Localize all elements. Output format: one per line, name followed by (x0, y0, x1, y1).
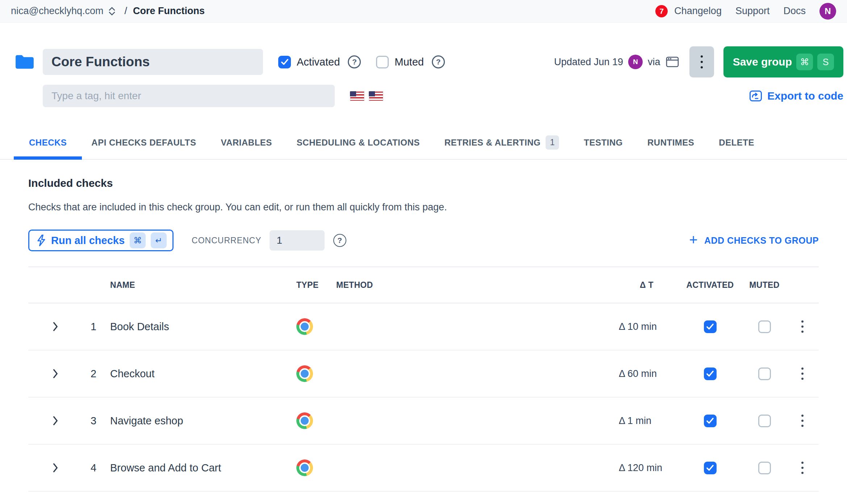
check-name[interactable]: Navigate eshop (104, 415, 296, 427)
muted-label: Muted (395, 56, 424, 68)
row-more-menu-button[interactable] (801, 320, 804, 333)
row-muted-checkbox[interactable] (758, 415, 771, 427)
table-row: 1 Book Details Δ 10 min (28, 303, 819, 350)
browser-check-chrome-icon (296, 459, 313, 476)
col-delta: Δ T (640, 280, 654, 290)
table-header-row: NAME TYPE METHOD Δ T ACTIVATED MUTED (28, 267, 819, 303)
row-index: 4 (91, 462, 96, 474)
tab-delete[interactable]: DELETE (718, 130, 755, 159)
us-flag-icon (369, 91, 383, 101)
muted-help-icon[interactable]: ? (432, 55, 445, 68)
terminal-icon (749, 90, 762, 102)
concurrency-label: CONCURRENCY (192, 236, 261, 245)
group-name-input[interactable] (43, 49, 263, 75)
row-activated-checkbox[interactable] (704, 462, 717, 474)
row-muted-checkbox[interactable] (758, 368, 771, 380)
table-row: 2 Checkout Δ 60 min (28, 350, 819, 398)
tag-input[interactable] (43, 85, 335, 107)
row-more-menu-button[interactable] (801, 462, 804, 474)
expand-chevron-icon[interactable] (53, 322, 58, 331)
col-muted: MUTED (749, 280, 779, 290)
tab-retries-alerting[interactable]: RETRIES & ALERTING 1 (444, 130, 560, 159)
activated-checkbox[interactable] (278, 56, 291, 68)
folder-icon (14, 53, 35, 71)
row-activated-checkbox[interactable] (704, 320, 717, 333)
table-row: 4 Browse and Add to Cart Δ 120 min (28, 445, 819, 492)
expand-chevron-icon[interactable] (53, 463, 58, 472)
run-all-checks-label: Run all checks (51, 235, 125, 247)
export-to-code-label: Export to code (767, 90, 843, 102)
col-type: TYPE (296, 280, 329, 290)
topbar: nica@checklyhq.com / Core Functions 7 Ch… (0, 0, 847, 22)
row-index: 2 (91, 368, 96, 380)
check-interval: Δ 1 min (616, 415, 651, 427)
lightning-bolt-icon (37, 235, 46, 246)
table-row: 3 Navigate eshop Δ 1 min (28, 398, 819, 445)
cmd-key-badge: ⌘ (130, 232, 146, 248)
check-interval: Δ 60 min (616, 368, 657, 379)
checks-table: NAME TYPE METHOD Δ T ACTIVATED MUTED 1 B… (28, 266, 819, 492)
concurrency-help-icon[interactable]: ? (333, 234, 346, 247)
expand-chevron-icon[interactable] (53, 369, 58, 378)
run-all-checks-button[interactable]: Run all checks ⌘ ↵ (28, 230, 174, 251)
row-activated-checkbox[interactable] (704, 415, 717, 427)
browser-check-chrome-icon (296, 412, 313, 429)
changelog-count-badge[interactable]: 7 (655, 5, 668, 17)
support-link[interactable]: Support (735, 5, 770, 17)
via-label: via (648, 56, 660, 68)
concurrency-input[interactable] (270, 230, 325, 251)
cmd-key-badge: ⌘ (796, 54, 813, 70)
row-more-menu-button[interactable] (801, 415, 804, 427)
browser-check-chrome-icon (296, 365, 313, 382)
tab-checks[interactable]: CHECKS (28, 130, 67, 159)
location-flags (350, 91, 383, 101)
group-more-menu-button[interactable] (689, 46, 714, 77)
breadcrumb-current: Core Functions (133, 5, 205, 17)
tab-testing[interactable]: TESTING (583, 130, 623, 159)
tab-api-checks-defaults[interactable]: API CHECKS DEFAULTS (91, 130, 197, 159)
muted-checkbox[interactable] (376, 56, 389, 68)
breadcrumb-separator: / (125, 5, 128, 17)
tab-runtimes[interactable]: RUNTIMES (647, 130, 695, 159)
save-group-label: Save group (733, 56, 792, 68)
s-key-badge: S (817, 54, 834, 70)
us-flag-icon (350, 91, 364, 101)
activated-label: Activated (297, 56, 340, 68)
check-interval: Δ 10 min (616, 321, 657, 332)
row-muted-checkbox[interactable] (758, 320, 771, 333)
check-interval: Δ 120 min (616, 462, 662, 474)
expand-chevron-icon[interactable] (53, 416, 58, 425)
section-title: Included checks (28, 177, 819, 189)
activated-help-icon[interactable]: ? (348, 55, 361, 68)
check-name[interactable]: Book Details (104, 321, 296, 333)
check-name[interactable]: Checkout (104, 368, 296, 380)
tab-scheduling-locations[interactable]: SCHEDULING & LOCATIONS (296, 130, 421, 159)
section-description: Checks that are included in this check g… (28, 202, 819, 213)
save-group-button[interactable]: Save group ⌘ S (723, 46, 843, 77)
changelog-link[interactable]: Changelog (674, 5, 722, 17)
user-avatar[interactable]: N (819, 3, 836, 20)
group-tabs: CHECKS API CHECKS DEFAULTS VARIABLES SCH… (0, 130, 847, 160)
row-more-menu-button[interactable] (801, 368, 804, 380)
account-switcher-chevrons-icon[interactable] (109, 7, 115, 16)
add-checks-to-group-button[interactable]: + ADD CHECKS TO GROUP (689, 235, 819, 246)
updated-by-avatar: N (628, 55, 643, 69)
docs-link[interactable]: Docs (783, 5, 806, 17)
tab-variables[interactable]: VARIABLES (220, 130, 272, 159)
browser-window-icon (666, 56, 679, 68)
group-header: Activated ? Muted ? Updated Jun 19 N via… (0, 22, 847, 107)
col-name: NAME (104, 280, 296, 290)
updated-timestamp: Updated Jun 19 (554, 56, 623, 68)
retries-count-badge: 1 (546, 135, 559, 150)
check-name[interactable]: Browse and Add to Cart (104, 462, 296, 474)
col-method: METHOD (329, 280, 616, 290)
col-activated: ACTIVATED (687, 280, 734, 290)
row-index: 1 (91, 321, 96, 333)
row-index: 3 (91, 415, 96, 427)
account-switcher[interactable]: nica@checklyhq.com (11, 5, 104, 17)
add-checks-label: ADD CHECKS TO GROUP (704, 235, 819, 246)
row-muted-checkbox[interactable] (758, 462, 771, 474)
export-to-code-link[interactable]: Export to code (749, 90, 843, 102)
return-key-badge: ↵ (151, 232, 167, 248)
row-activated-checkbox[interactable] (704, 368, 717, 380)
